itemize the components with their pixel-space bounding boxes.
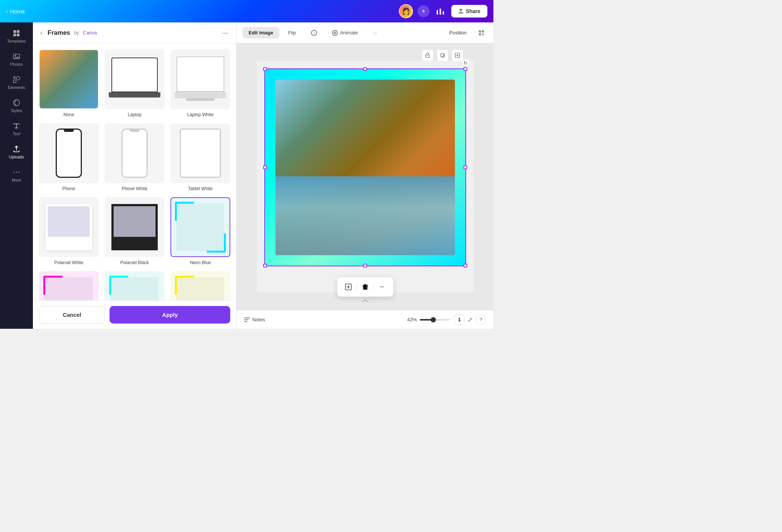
templates-icon [12,29,21,37]
frame-item-polaroid-white[interactable]: Polaroid White [39,197,99,265]
frame-label-polaroid-white: Polaroid White [54,260,83,265]
frame-item-phone-white[interactable]: Phone White [105,123,164,191]
analytics-icon [436,8,444,15]
info-button[interactable]: i [305,27,323,39]
svg-rect-19 [479,30,481,33]
header-right: 👩 + Share [399,4,487,18]
expand-button[interactable]: ⤢ [468,316,472,323]
sidebar-item-templates[interactable]: Templates [2,25,31,47]
canva-link[interactable]: Canva [83,30,97,35]
frame-item-laptop[interactable]: Laptop [105,49,164,117]
notes-label: Notes [252,317,265,322]
frame-label-laptop: Laptop [128,112,142,117]
svg-rect-21 [479,33,481,35]
lock-icon-button[interactable] [422,49,434,61]
main-layout: Templates Photos Elements [0,22,493,329]
frame-item-phone[interactable]: Phone [39,123,99,191]
frame-label-neon-blue: Neon Blue [190,260,211,265]
canvas-floating-toolbar: ··· [337,277,393,297]
collapse-handle[interactable] [360,298,370,305]
frame-thumb-neon-cyan [105,271,164,300]
frames-header: ‹ Frames by Canva ··· [33,22,236,43]
sidebar: Templates Photos Elements [0,22,33,329]
collapse-icon [360,299,370,303]
share-button[interactable]: Share [451,5,487,18]
svg-point-18 [333,31,336,34]
svg-rect-1 [440,9,441,15]
sidebar-item-styles[interactable]: Styles [2,95,31,117]
frame-thumb-phone-white [105,123,164,183]
animate-icon [332,30,338,36]
back-button[interactable]: ‹ [39,29,44,37]
frame-item-laptop-white[interactable]: Laptop White [170,49,230,117]
frame-thumb-tablet-white [170,123,230,183]
duplicate-icon [440,53,445,58]
edit-image-button[interactable]: Edit image [243,27,279,38]
elements-label: Elements [8,85,25,90]
photos-label: Photos [10,62,23,66]
sidebar-item-photos[interactable]: Photos [2,49,31,70]
plus-button[interactable]: + [418,5,430,17]
apply-button[interactable]: Apply [110,306,230,324]
sidebar-item-text[interactable]: Text [2,118,31,140]
status-bar: Notes 42% 1 ⤢ ? [237,310,493,329]
svg-point-13 [16,172,17,173]
panel-more-button[interactable]: ··· [219,28,230,38]
frame-item-neon-cyan[interactable] [105,271,164,300]
frame-item-none[interactable]: None [39,49,99,117]
toolbar-more-button[interactable]: ··· [367,27,383,38]
svg-point-10 [16,77,20,80]
canvas-area: Edit image Flip i Animate ··· Position [237,22,493,329]
frame-item-tablet-white[interactable]: Tablet White [170,123,230,191]
by-label: by [74,30,79,35]
more-label: More [12,178,21,182]
flip-button[interactable]: Flip [282,27,302,38]
beach-image [275,80,455,255]
cancel-button[interactable]: Cancel [39,306,105,324]
grid-button[interactable] [475,27,487,39]
position-button[interactable]: Position [443,27,472,38]
delete-button[interactable] [358,280,372,294]
frame-item-neon-yellow[interactable] [170,271,230,300]
home-button[interactable]: ‹ Home [6,8,25,15]
frame-item-neon-pink[interactable] [39,271,99,300]
text-label: Text [13,132,20,136]
animate-button[interactable]: Animate [326,27,364,39]
frame-thumb-neon-pink [39,271,99,300]
sidebar-item-elements[interactable]: Elements [2,72,31,93]
add-frame-icon-button[interactable] [452,49,464,61]
frame-thumb-neon-blue [170,197,230,257]
svg-text:i: i [314,31,314,35]
frame-item-neon-blue[interactable]: Neon Blue [170,197,230,265]
add-to-canvas-button[interactable] [342,280,355,294]
frame-label-phone: Phone [62,186,76,191]
zoom-thumb[interactable] [431,317,436,322]
svg-rect-22 [482,33,484,35]
zoom-percent: 42% [407,317,417,322]
canvas-top-icons [422,49,464,61]
notes-button[interactable]: Notes [244,317,265,322]
home-label: Home [10,8,25,15]
svg-rect-23 [426,55,430,58]
canvas-neon-frame [265,69,465,266]
duplicate-icon-button[interactable] [437,49,449,61]
analytics-button[interactable] [434,6,447,17]
share-icon [458,9,464,14]
design-canvas: ↻ [257,61,474,293]
svg-rect-2 [443,11,444,15]
svg-rect-25 [441,53,444,56]
canvas-image-container [265,69,465,266]
svg-rect-3 [13,30,16,33]
grid-icon [478,30,484,36]
sidebar-item-uploads[interactable]: Uploads [2,141,31,163]
help-button[interactable]: ? [475,315,486,325]
sidebar-item-more[interactable]: More [2,164,31,186]
svg-point-11 [13,100,20,106]
zoom-slider[interactable] [420,319,450,321]
uploads-icon [12,145,21,153]
svg-rect-6 [17,34,19,36]
float-more-button[interactable]: ··· [375,280,389,294]
photos-icon [12,52,21,61]
top-header: ‹ Home 👩 + Share [0,0,493,22]
frame-item-polaroid-black[interactable]: Polaroid Black [105,197,164,265]
